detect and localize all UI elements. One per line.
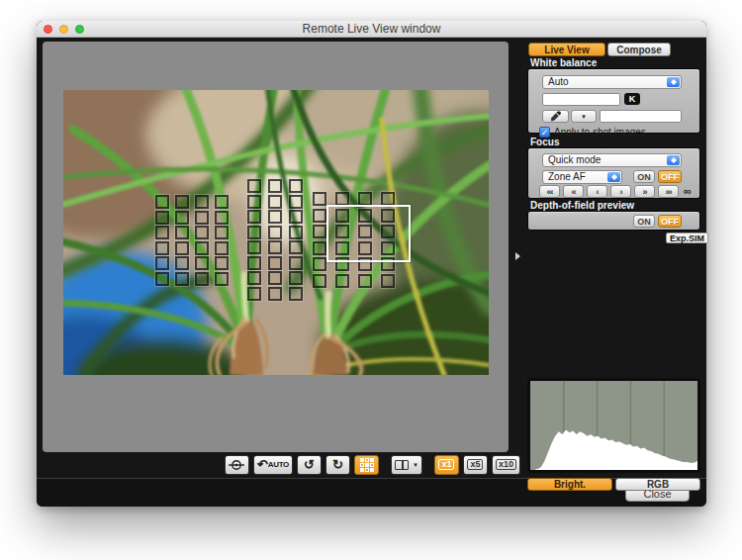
af-point-selector-button[interactable] <box>225 455 249 475</box>
auto-rotate-button[interactable]: ↶AUTO <box>253 455 293 475</box>
af-point[interactable] <box>175 211 189 225</box>
af-point[interactable] <box>289 195 303 209</box>
close-window-icon[interactable] <box>44 25 52 34</box>
focus-near-2-button[interactable]: ‹‹ <box>563 185 584 198</box>
zoom-window-icon[interactable] <box>75 25 84 34</box>
af-point[interactable] <box>215 195 229 209</box>
af-point[interactable] <box>175 195 189 209</box>
tab-compose[interactable]: Compose <box>607 43 671 56</box>
af-point[interactable] <box>335 192 349 206</box>
af-point[interactable] <box>155 256 169 270</box>
af-point[interactable] <box>155 211 169 225</box>
af-point[interactable] <box>195 195 209 209</box>
af-point[interactable] <box>268 226 282 239</box>
tab-live-view[interactable]: Live View <box>528 43 605 56</box>
af-point[interactable] <box>247 287 261 301</box>
af-point[interactable] <box>381 274 395 288</box>
wb-shift-dropdown[interactable]: ▼ <box>571 110 597 123</box>
af-point[interactable] <box>289 179 303 193</box>
zoom-x5-button[interactable]: x5 <box>463 455 488 475</box>
af-point[interactable] <box>175 272 189 286</box>
af-point[interactable] <box>155 241 169 255</box>
af-point[interactable] <box>268 179 282 193</box>
af-point[interactable] <box>313 209 326 223</box>
af-point[interactable] <box>175 256 189 270</box>
af-point[interactable] <box>195 256 209 270</box>
af-off-button[interactable]: OFF <box>658 170 682 183</box>
af-point[interactable] <box>335 274 349 288</box>
af-point[interactable] <box>289 226 303 239</box>
af-point[interactable] <box>175 226 189 239</box>
af-point[interactable] <box>268 287 282 301</box>
dof-off-button[interactable]: OFF <box>658 215 682 228</box>
af-point[interactable] <box>358 192 372 206</box>
rotate-left-button[interactable]: ↺ <box>297 455 322 475</box>
af-point[interactable] <box>247 271 261 285</box>
af-point[interactable] <box>289 256 303 270</box>
af-point[interactable] <box>175 241 189 255</box>
af-point[interactable] <box>247 240 261 254</box>
af-point[interactable] <box>247 256 261 270</box>
compare-view-button[interactable]: ▼ <box>391 455 422 475</box>
af-point[interactable] <box>289 287 303 301</box>
af-point[interactable] <box>268 240 282 254</box>
af-point[interactable] <box>247 195 261 209</box>
wb-shift-input[interactable] <box>600 110 682 123</box>
zoom-x1-button[interactable]: x1 <box>434 455 459 475</box>
af-point[interactable] <box>215 241 229 255</box>
af-point[interactable] <box>313 225 326 238</box>
af-point[interactable] <box>215 256 229 270</box>
af-point[interactable] <box>195 241 209 255</box>
af-point[interactable] <box>268 256 282 270</box>
focus-mode-select[interactable]: Quick mode <box>542 153 682 167</box>
zoom-x10-button[interactable]: x10 <box>492 455 520 475</box>
af-point[interactable] <box>268 195 282 209</box>
window-titlebar[interactable]: Remote Live View window <box>37 21 706 38</box>
minimize-window-icon[interactable] <box>59 25 68 34</box>
af-point[interactable] <box>215 272 229 286</box>
af-point[interactable] <box>289 240 303 254</box>
focus-near-1-button[interactable]: ‹ <box>587 185 607 198</box>
live-view-image[interactable] <box>63 90 489 375</box>
af-point[interactable] <box>313 257 326 271</box>
af-point[interactable] <box>289 271 303 285</box>
af-point[interactable] <box>155 195 169 209</box>
af-point[interactable] <box>247 179 261 193</box>
focus-far-2-button[interactable]: ›› <box>634 185 655 198</box>
focus-far-1-button[interactable]: › <box>610 185 631 198</box>
af-point[interactable] <box>313 192 326 206</box>
panel-expander-icon[interactable] <box>515 252 520 260</box>
af-zone-frame[interactable] <box>326 205 411 262</box>
af-point[interactable] <box>268 210 282 224</box>
af-point-grid[interactable] <box>63 90 489 375</box>
af-point[interactable] <box>195 211 209 225</box>
kelvin-button[interactable]: K <box>624 93 640 105</box>
rotate-right-button[interactable]: ↻ <box>325 455 350 475</box>
af-point[interactable] <box>381 192 395 206</box>
histogram-rgb-button[interactable]: RGB <box>615 478 700 491</box>
dof-on-button[interactable]: ON <box>633 215 655 228</box>
af-on-button[interactable]: ON <box>633 170 655 183</box>
af-point[interactable] <box>268 271 282 285</box>
af-point[interactable] <box>358 274 372 288</box>
af-point[interactable] <box>313 274 326 288</box>
af-point[interactable] <box>313 241 326 255</box>
histogram-bright-button[interactable]: Bright. <box>527 478 612 491</box>
af-point[interactable] <box>155 272 169 286</box>
eyedropper-button[interactable] <box>542 110 569 123</box>
af-point[interactable] <box>247 210 261 224</box>
show-af-points-button[interactable] <box>354 455 379 475</box>
af-point[interactable] <box>247 226 261 239</box>
dof-box: ON OFF <box>527 211 700 231</box>
af-point[interactable] <box>215 226 229 239</box>
focus-near-3-button[interactable]: ‹‹‹ <box>539 185 560 198</box>
af-point[interactable] <box>155 226 169 239</box>
white-balance-select[interactable]: Auto <box>542 75 682 89</box>
af-point[interactable] <box>289 210 303 224</box>
af-point[interactable] <box>195 272 209 286</box>
af-point[interactable] <box>215 211 229 225</box>
kelvin-input[interactable] <box>542 93 620 106</box>
af-point[interactable] <box>195 226 209 239</box>
focus-far-3-button[interactable]: ››› <box>658 185 679 198</box>
af-area-select[interactable]: Zone AF <box>542 170 622 184</box>
